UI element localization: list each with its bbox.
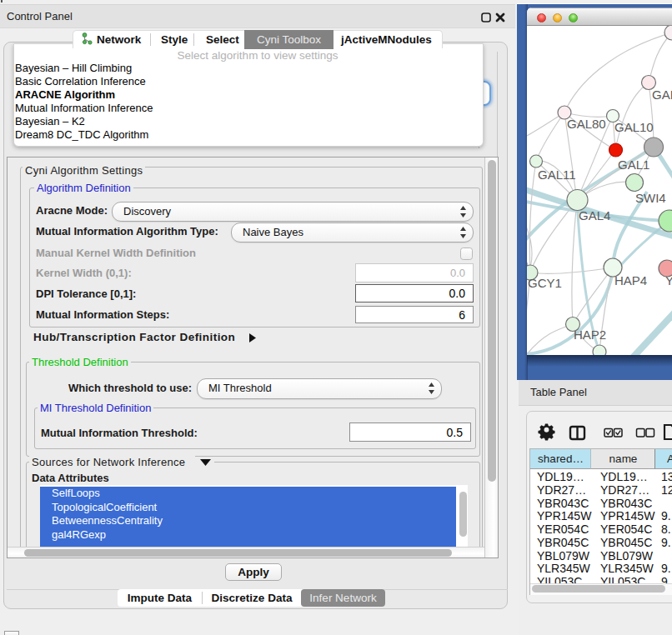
svg-text:GAL10: GAL10 xyxy=(614,120,654,134)
svg-text:SWI4: SWI4 xyxy=(635,191,666,205)
svg-text:GAL1: GAL1 xyxy=(618,158,649,172)
svg-text:GAL80: GAL80 xyxy=(567,117,606,131)
svg-text:Y: Y xyxy=(665,273,672,288)
svg-text:GAL11: GAL11 xyxy=(538,168,576,182)
svg-text:HAP2: HAP2 xyxy=(574,328,606,342)
svg-text:GAL4: GAL4 xyxy=(579,208,610,222)
svg-text:GAL7: GAL7 xyxy=(652,88,672,102)
svg-text:HAP4: HAP4 xyxy=(614,273,647,288)
svg-text:GCY1: GCY1 xyxy=(528,276,562,290)
